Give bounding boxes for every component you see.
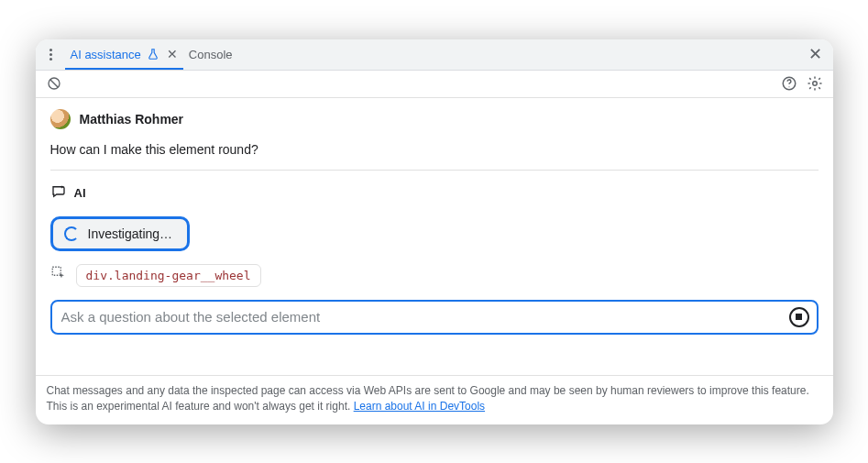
user-message: How can I make this element round?	[50, 142, 819, 157]
tab-strip: AI assistance ✕ Console ✕	[36, 39, 833, 71]
status-chip: Investigating…	[50, 216, 191, 251]
prompt-input-row	[50, 300, 819, 335]
more-tabs-icon[interactable]	[43, 46, 60, 62]
select-element-icon[interactable]	[50, 265, 67, 285]
ai-header: AI	[50, 183, 819, 204]
ai-label: AI	[74, 186, 86, 200]
avatar	[50, 109, 71, 129]
flask-icon	[147, 48, 159, 61]
clear-icon[interactable]	[45, 74, 63, 93]
help-icon[interactable]	[780, 74, 798, 93]
tab-label: Console	[189, 48, 233, 61]
chat-content: Matthias Rohmer How can I make this elem…	[36, 98, 833, 375]
disclaimer-footer: Chat messages and any data the inspected…	[36, 375, 833, 424]
svg-point-4	[812, 82, 817, 86]
spinner-icon	[64, 226, 79, 241]
svg-rect-5	[52, 267, 60, 275]
close-tab-icon[interactable]: ✕	[167, 48, 178, 61]
stop-button[interactable]	[789, 307, 809, 327]
svg-line-1	[50, 80, 58, 87]
divider	[50, 170, 819, 171]
svg-point-3	[788, 86, 789, 87]
stop-icon	[796, 314, 802, 320]
user-header: Matthias Rohmer	[50, 109, 819, 129]
prompt-input[interactable]	[61, 309, 782, 325]
gear-icon[interactable]	[806, 74, 824, 93]
sparkle-chat-icon	[50, 183, 67, 204]
status-text: Investigating…	[88, 226, 173, 241]
user-name: Matthias Rohmer	[80, 112, 184, 127]
selector-row: div.landing-gear__wheel	[50, 264, 819, 287]
close-panel-icon[interactable]: ✕	[805, 42, 826, 66]
element-chip[interactable]: div.landing-gear__wheel	[76, 264, 261, 287]
element-selector-text: div.landing-gear__wheel	[86, 269, 251, 282]
tab-ai-assistance[interactable]: AI assistance ✕	[65, 39, 183, 71]
toolbar	[36, 71, 833, 98]
devtools-panel: AI assistance ✕ Console ✕	[36, 39, 833, 424]
learn-more-link[interactable]: Learn about AI in DevTools	[354, 400, 485, 413]
tab-label: AI assistance	[71, 48, 141, 61]
tab-console[interactable]: Console	[183, 39, 238, 71]
